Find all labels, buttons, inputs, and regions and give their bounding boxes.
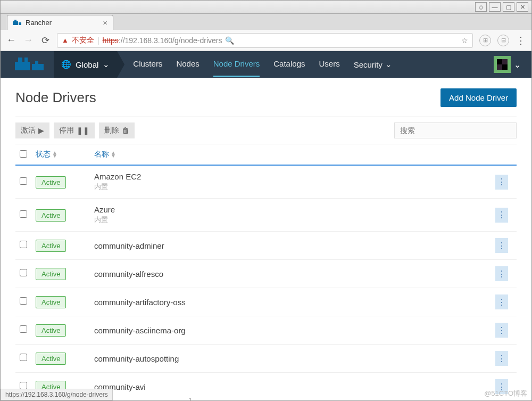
page-content: 🌐 Global ⌄ ClustersNodesNode DriversCata… xyxy=(1,51,531,400)
select-all-checkbox[interactable] xyxy=(20,150,27,158)
table-row: Active Amazon EC2内置 ⋮ xyxy=(15,166,517,199)
row-actions-button[interactable]: ⋮ xyxy=(495,208,508,223)
page-title: Node Drivers xyxy=(15,89,96,106)
status-badge: Active xyxy=(36,296,66,308)
insecure-label: 不安全 xyxy=(72,36,94,45)
driver-name: community-alfresco xyxy=(94,269,491,279)
status-badge: Active xyxy=(36,240,66,252)
ext-icon-2[interactable]: ⊟ xyxy=(497,35,509,46)
minimize-button[interactable]: — xyxy=(489,2,501,12)
insecure-icon: ▲ xyxy=(62,36,69,44)
bookmark-icon[interactable]: ☆ xyxy=(461,36,468,45)
watermark: @51CTO博客 xyxy=(484,389,527,398)
nav-link-users[interactable]: Users xyxy=(319,52,339,77)
table-row: Active community-alfresco ⋮ xyxy=(15,260,517,288)
activate-button[interactable]: 激活 ▶ xyxy=(15,122,49,138)
nav-link-catalogs[interactable]: Catalogs xyxy=(273,52,305,77)
row-actions-button[interactable]: ⋮ xyxy=(495,266,508,281)
col-state[interactable]: 状态▲▼ xyxy=(36,150,94,159)
sort-icon: ▲▼ xyxy=(111,151,116,158)
chevron-down-icon: ⌄ xyxy=(103,60,110,69)
row-checkbox[interactable] xyxy=(20,177,27,185)
add-node-driver-button[interactable]: Add Node Driver xyxy=(440,88,517,107)
bulk-toolbar: 激活 ▶ 停用 ❚❚ 删除 🗑 xyxy=(15,117,517,144)
trash-icon: 🗑 xyxy=(122,126,129,135)
status-badge: Active xyxy=(36,268,66,280)
status-badge: Active xyxy=(36,324,66,337)
table-row: Active community-autospotting ⋮ xyxy=(15,345,517,373)
back-button[interactable]: ← xyxy=(6,35,16,46)
svg-rect-5 xyxy=(24,58,28,63)
deactivate-button[interactable]: 停用 ❚❚ xyxy=(54,122,95,138)
svg-rect-4 xyxy=(18,58,22,63)
table-header: 状态▲▼ 名称▲▼ xyxy=(15,144,517,166)
rancher-logo[interactable] xyxy=(11,54,48,75)
nav-link-nodes[interactable]: Nodes xyxy=(176,52,199,77)
status-badge: Active xyxy=(36,353,66,365)
svg-rect-2 xyxy=(19,22,21,25)
globe-icon: 🌐 xyxy=(61,60,71,69)
driver-name: Amazon EC2内置 xyxy=(94,172,491,192)
delete-button[interactable]: 删除 🗑 xyxy=(99,122,135,138)
row-checkbox[interactable] xyxy=(20,382,27,389)
forward-button: → xyxy=(23,35,34,46)
svg-rect-3 xyxy=(15,62,30,70)
reload-button[interactable]: ⟳ xyxy=(40,35,51,46)
url-text: https://192.168.3.160/g/node-drivers xyxy=(103,36,222,45)
row-checkbox[interactable] xyxy=(20,297,27,305)
nav-link-clusters[interactable]: Clusters xyxy=(133,52,162,77)
window-titlebar: ◇ — ▢ ✕ xyxy=(1,1,531,14)
rancher-favicon xyxy=(13,19,21,27)
user-icon[interactable]: ◇ xyxy=(475,2,487,12)
row-checkbox[interactable] xyxy=(20,354,27,361)
table-row: Active community-adminer ⋮ xyxy=(15,232,517,260)
driver-name: community-adminer xyxy=(94,241,491,250)
sort-icon: ▲▼ xyxy=(52,151,57,158)
chevron-down-icon: ⌄ xyxy=(514,60,521,70)
tab-title: Rancher xyxy=(26,19,52,27)
row-actions-button[interactable]: ⋮ xyxy=(495,323,508,338)
col-name[interactable]: 名称▲▼ xyxy=(94,150,512,159)
app-navbar: 🌐 Global ⌄ ClustersNodesNode DriversCata… xyxy=(1,51,531,78)
search-input[interactable] xyxy=(394,122,517,138)
scope-label: Global xyxy=(76,60,98,69)
row-checkbox[interactable] xyxy=(20,269,27,276)
table-row: Active Azure内置 ⋮ xyxy=(15,199,517,232)
row-checkbox[interactable] xyxy=(20,325,27,333)
url-input[interactable]: ▲ 不安全 | https://192.168.3.160/g/node-dri… xyxy=(57,33,473,48)
avatar xyxy=(494,56,511,73)
table-row: Active community-asciinema-org ⋮ xyxy=(15,316,517,345)
menu-icon[interactable]: ⋮ xyxy=(516,35,526,46)
footer-number: 1 xyxy=(189,397,192,401)
builtin-label: 内置 xyxy=(94,215,491,225)
address-bar: ← → ⟳ ▲ 不安全 | https://192.168.3.160/g/no… xyxy=(1,30,531,51)
row-actions-button[interactable]: ⋮ xyxy=(495,294,508,309)
driver-name: community-avi xyxy=(94,382,491,391)
scope-selector[interactable]: 🌐 Global ⌄ xyxy=(54,51,117,78)
pause-icon: ❚❚ xyxy=(77,126,89,135)
driver-name: community-asciinema-org xyxy=(94,326,491,335)
svg-rect-1 xyxy=(14,20,16,22)
driver-name: Azure内置 xyxy=(94,205,491,225)
row-checkbox[interactable] xyxy=(20,241,27,248)
close-tab-icon[interactable]: × xyxy=(103,18,107,27)
row-actions-button[interactable]: ⋮ xyxy=(495,175,508,190)
row-actions-button[interactable]: ⋮ xyxy=(495,351,508,366)
svg-rect-7 xyxy=(35,61,38,65)
user-menu[interactable]: ⌄ xyxy=(494,56,521,73)
maximize-button[interactable]: ▢ xyxy=(503,2,514,12)
nav-link-node-drivers[interactable]: Node Drivers xyxy=(213,52,260,77)
search-in-page-icon[interactable]: 🔍 xyxy=(225,36,234,45)
browser-tab[interactable]: Rancher × xyxy=(7,15,113,30)
nav-link-security[interactable]: Security ⌄ xyxy=(354,52,392,77)
row-actions-button[interactable]: ⋮ xyxy=(495,238,508,253)
svg-rect-0 xyxy=(13,21,18,25)
close-window-button[interactable]: ✕ xyxy=(517,2,528,12)
ext-icon-1[interactable]: ⊞ xyxy=(479,35,491,46)
row-checkbox[interactable] xyxy=(20,210,27,218)
status-bar: https://192.168.3.160/g/node-drivers xyxy=(1,389,113,400)
chevron-down-icon: ⌄ xyxy=(385,60,392,69)
status-badge: Active xyxy=(36,176,66,189)
play-icon: ▶ xyxy=(38,126,44,135)
table-row: Active community-artifactory-oss ⋮ xyxy=(15,288,517,316)
